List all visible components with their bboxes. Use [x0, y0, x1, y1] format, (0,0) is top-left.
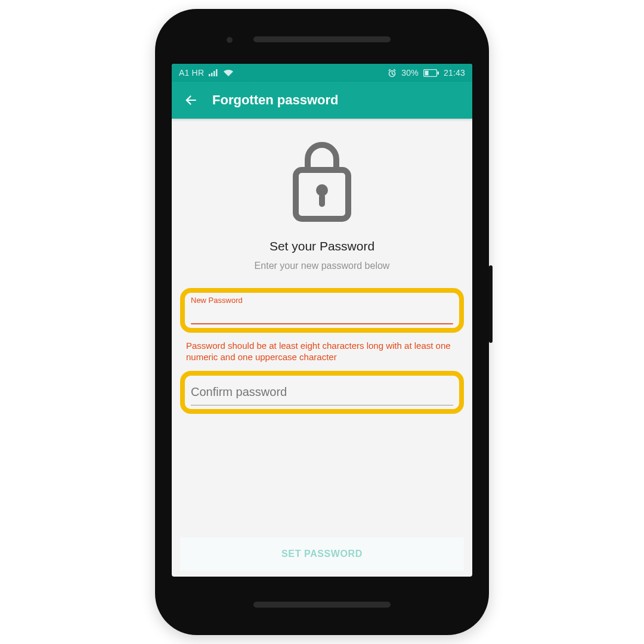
title-bar: Forgotten password — [172, 82, 472, 119]
battery-icon — [423, 69, 439, 77]
status-left: A1 HR — [179, 68, 234, 78]
confirm-password-underline — [191, 405, 453, 405]
lock-icon — [286, 135, 358, 227]
new-password-underline — [191, 323, 453, 324]
arrow-left-icon — [183, 92, 199, 108]
svg-rect-0 — [209, 74, 210, 76]
subheading: Enter your new password below — [255, 261, 390, 271]
svg-rect-1 — [211, 73, 213, 76]
status-right: 30% 21:43 — [388, 68, 465, 78]
alarm-icon — [388, 69, 397, 78]
heading: Set your Password — [270, 239, 374, 253]
back-button[interactable] — [182, 92, 199, 109]
confirm-password-input[interactable] — [191, 379, 453, 404]
clock-label: 21:43 — [444, 68, 465, 78]
svg-rect-3 — [216, 69, 218, 76]
page-title: Forgotten password — [212, 92, 338, 108]
svg-rect-6 — [437, 72, 439, 75]
phone-frame: A1 HR — [155, 9, 489, 635]
phone-speaker-top — [253, 36, 391, 42]
fields-group: New Password Password should be at least… — [180, 288, 464, 414]
phone-speaker-bottom — [253, 602, 391, 608]
set-password-button[interactable]: SET PASSWORD — [180, 537, 464, 571]
content: Set your Password Enter your new passwor… — [172, 119, 472, 577]
password-error-message: Password should be at least eight charac… — [180, 339, 464, 365]
new-password-field-wrap: New Password — [180, 288, 464, 333]
phone-camera-dot — [227, 37, 233, 43]
confirm-password-field-wrap — [180, 371, 464, 414]
screen: A1 HR — [172, 64, 472, 577]
stage: A1 HR — [0, 0, 644, 644]
svg-rect-10 — [319, 194, 325, 207]
carrier-label: A1 HR — [179, 68, 204, 78]
svg-rect-7 — [425, 70, 428, 75]
signal-icon — [209, 69, 218, 76]
wifi-icon — [223, 69, 234, 77]
battery-percent: 30% — [401, 68, 419, 78]
svg-rect-2 — [213, 71, 215, 76]
status-bar: A1 HR — [172, 64, 472, 82]
new-password-input[interactable] — [191, 305, 453, 322]
new-password-label: New Password — [191, 296, 453, 305]
